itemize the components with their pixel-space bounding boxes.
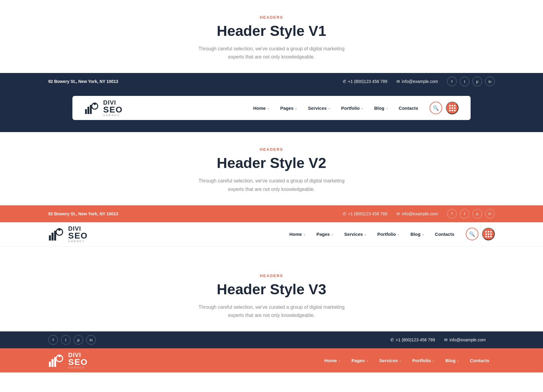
topbar-v1-social: f t p in — [447, 77, 495, 86]
pages-chevron: ⌄ — [295, 106, 297, 110]
pinterest-icon-v3[interactable]: p — [74, 335, 83, 345]
header-v3-desc: Through careful selection, we've curated… — [196, 303, 347, 319]
phone-icon-v2: ✆ — [343, 211, 346, 216]
topbar-v1-email: ✉ info@example.com — [396, 79, 438, 84]
nav-portfolio-v2[interactable]: Portfolio ⌄ — [372, 232, 405, 237]
header-v1-wrapper: 92 Bowery St., New York, NY 10013 ✆ +1 (… — [0, 73, 543, 132]
header-v1-desc: Through careful selection, we've curated… — [196, 45, 347, 61]
header-v3-label: HEADERS — [6, 273, 537, 278]
topbar-v1-address: 92 Bowery St., New York, NY 10013 — [48, 79, 118, 84]
logo-text-v3: DIVI SEO AGENCY — [68, 352, 88, 369]
header-v2-wrapper: 92 Bowery St., New York, NY 10013 ✆ +1 (… — [0, 205, 543, 258]
facebook-icon-v3[interactable]: f — [48, 335, 58, 345]
logo-agency-v3: AGENCY — [68, 366, 88, 369]
topbar-v2-address: 92 Bowery St., New York, NY 10013 — [48, 211, 118, 216]
header-v1-topbar: 92 Bowery St., New York, NY 10013 ✆ +1 (… — [0, 73, 543, 90]
logo-text: DIVI SEO AGENCY — [103, 100, 123, 117]
header-v2-label: HEADERS — [6, 147, 537, 152]
main-nav-v2: Home ⌄ Pages ⌄ Services ⌄ Portfolio ⌄ Bl… — [284, 232, 460, 237]
header-v3-wrapper: f t p in ✆ +1 (800)123 456 789 ✉ info@ex… — [0, 331, 543, 384]
topbar-v2-phone: ✆ +1 (800)123 456 789 — [343, 211, 387, 216]
header-v1-label: HEADERS — [6, 15, 537, 20]
nav-home-v2[interactable]: Home ⌄ — [284, 232, 311, 237]
nav-services-v3[interactable]: Services ⌄ — [374, 358, 407, 363]
nav-pages-v3[interactable]: Pages ⌄ — [346, 358, 374, 363]
instagram-icon[interactable]: in — [485, 77, 495, 86]
phone-icon: ✆ — [343, 79, 346, 84]
twitter-icon-v3[interactable]: t — [61, 335, 71, 345]
nav-contacts-v1[interactable]: Contacts — [393, 106, 424, 111]
twitter-icon[interactable]: t — [460, 77, 469, 86]
svg-rect-11 — [52, 359, 54, 367]
portfolio-chevron: ⌄ — [361, 106, 363, 110]
topbar-v1-phone: ✆ +1 (800)123 456 789 — [343, 79, 387, 84]
svg-rect-5 — [49, 236, 51, 241]
instagram-icon-v2[interactable]: in — [485, 209, 495, 219]
facebook-icon[interactable]: f — [447, 77, 457, 86]
nav-pages-v2[interactable]: Pages ⌄ — [311, 232, 339, 237]
logo-divi-v2: DIVI — [68, 226, 88, 232]
svg-point-9 — [58, 228, 61, 231]
logo-seo: SEO — [103, 106, 123, 114]
search-button-v1[interactable]: 🔍 — [430, 102, 442, 114]
svg-point-14 — [58, 355, 61, 357]
header-v3-intro: HEADERS Header Style V3 Through careful … — [0, 258, 543, 331]
email-icon: ✉ — [396, 79, 400, 84]
header-v2-title: Header Style V2 — [6, 155, 537, 171]
header-v2-topbar: 92 Bowery St., New York, NY 10013 ✆ +1 (… — [0, 205, 543, 222]
nav-services-v1[interactable]: Services ⌄ — [303, 106, 336, 111]
logo-text-v2: DIVI SEO AGENCY — [68, 226, 88, 243]
svg-rect-10 — [49, 362, 51, 367]
header-v3-nav: DIVI SEO AGENCY Home ⌄ Pages ⌄ Services … — [0, 348, 543, 372]
topbar-v2-email: ✉ info@example.com — [396, 211, 438, 216]
search-button-v2[interactable]: 🔍 — [466, 228, 478, 240]
nav-services-v2[interactable]: Services ⌄ — [339, 232, 372, 237]
nav-blog-v3[interactable]: Blog ⌄ — [440, 358, 464, 363]
header-v3-title: Header Style V3 — [6, 281, 537, 298]
logo-icon-v3 — [48, 352, 64, 368]
svg-rect-1 — [87, 107, 89, 114]
services-chevron: ⌄ — [328, 106, 330, 110]
pinterest-icon-v2[interactable]: p — [472, 209, 482, 219]
grid-button-v1[interactable] — [446, 102, 459, 114]
logo-v1[interactable]: DIVI SEO AGENCY — [84, 100, 123, 117]
nav-home-v1[interactable]: Home ⌄ — [248, 106, 275, 111]
nav-contacts-v3[interactable]: Contacts — [465, 358, 495, 363]
logo-divi-v3: DIVI — [68, 352, 88, 358]
email-icon-v2: ✉ — [396, 211, 400, 216]
grid-dots-icon-v2 — [485, 231, 492, 237]
logo-icon — [84, 101, 99, 115]
logo-agency: AGENCY — [103, 114, 123, 117]
topbar-v3-email: ✉ info@example.com — [444, 337, 486, 342]
nav-portfolio-v3[interactable]: Portfolio ⌄ — [407, 358, 440, 363]
grid-button-v2[interactable] — [482, 228, 495, 240]
logo-seo-v2: SEO — [68, 232, 88, 240]
header-v1-intro: HEADERS Header Style V1 Through careful … — [0, 0, 543, 73]
logo-agency-v2: AGENCY — [68, 240, 88, 243]
nav-contacts-v2[interactable]: Contacts — [430, 232, 460, 237]
nav-blog-v1[interactable]: Blog ⌄ — [369, 106, 393, 111]
blog-chevron: ⌄ — [386, 106, 388, 110]
instagram-icon-v3[interactable]: in — [86, 335, 96, 345]
header-v2-desc: Through careful selection, we've curated… — [196, 177, 347, 193]
pinterest-icon[interactable]: p — [472, 77, 482, 86]
nav-blog-v2[interactable]: Blog ⌄ — [405, 232, 429, 237]
logo-icon-v2 — [48, 226, 64, 242]
facebook-icon-v2[interactable]: f — [447, 209, 457, 219]
nav-home-v3[interactable]: Home ⌄ — [319, 358, 346, 363]
nav-pages-v1[interactable]: Pages ⌄ — [275, 106, 303, 111]
grid-dots-icon — [449, 105, 456, 111]
logo-v3[interactable]: DIVI SEO AGENCY — [48, 352, 88, 369]
logo-v2[interactable]: DIVI SEO AGENCY — [48, 226, 88, 243]
email-icon-v3: ✉ — [444, 337, 448, 342]
svg-rect-0 — [85, 109, 87, 114]
twitter-icon-v2[interactable]: t — [460, 209, 469, 219]
svg-point-4 — [94, 103, 96, 105]
svg-rect-6 — [52, 233, 54, 241]
header-v3-topbar: f t p in ✆ +1 (800)123 456 789 ✉ info@ex… — [0, 331, 543, 348]
nav-portfolio-v1[interactable]: Portfolio ⌄ — [336, 106, 369, 111]
main-nav-v1: Home ⌄ Pages ⌄ Services ⌄ Portfolio ⌄ Bl… — [248, 106, 424, 111]
nav-actions-v2: 🔍 — [466, 228, 495, 240]
nav-actions-v1: 🔍 — [430, 102, 459, 114]
header-v1-nav: DIVI SEO AGENCY Home ⌄ Pages ⌄ Services … — [72, 96, 471, 120]
